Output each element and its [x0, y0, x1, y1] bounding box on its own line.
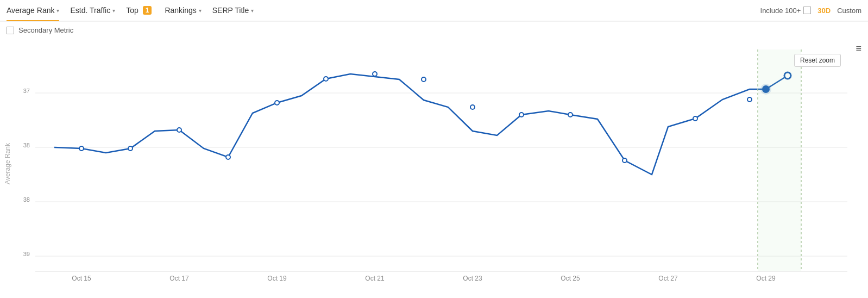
- top-label: Top: [126, 6, 139, 15]
- svg-text:39: 39: [23, 251, 30, 257]
- estd-traffic-button[interactable]: Estd. Traffic ▾: [70, 0, 115, 21]
- svg-text:38: 38: [23, 142, 30, 148]
- top-section: Top 1: [126, 0, 154, 21]
- data-point: [275, 101, 279, 105]
- svg-text:Oct 15: Oct 15: [72, 275, 91, 282]
- svg-text:Oct 19: Oct 19: [267, 275, 287, 282]
- estd-traffic-chevron: ▾: [112, 8, 115, 14]
- data-point: [747, 97, 752, 102]
- include-100-checkbox[interactable]: [803, 7, 811, 14]
- data-point: [79, 146, 84, 151]
- svg-text:Oct 17: Oct 17: [169, 275, 189, 282]
- average-rank-button[interactable]: Average Rank ▾: [7, 1, 59, 21]
- data-point: [177, 128, 181, 132]
- rankings-chevron: ▾: [199, 8, 202, 14]
- reset-zoom-button[interactable]: Reset zoom: [794, 54, 841, 67]
- serp-title-label: SERP Title: [212, 6, 249, 15]
- estd-traffic-label: Estd. Traffic: [70, 6, 110, 15]
- data-point: [622, 158, 627, 163]
- data-point: [128, 146, 133, 151]
- svg-text:37: 37: [23, 88, 30, 94]
- secondary-metric-label: Secondary Metric: [18, 26, 73, 34]
- data-point: [373, 72, 377, 76]
- data-point: [470, 105, 475, 109]
- chart-line: [54, 74, 788, 175]
- svg-text:Average Rank: Average Rank: [4, 142, 11, 184]
- serp-title-chevron: ▾: [251, 8, 254, 14]
- secondary-metric-bar: Secondary Metric: [0, 22, 868, 39]
- selection-area: [758, 49, 801, 271]
- data-point: [422, 77, 426, 82]
- toolbar-right: Include 100+ 30D Custom: [760, 7, 861, 15]
- svg-text:Oct 27: Oct 27: [658, 275, 678, 282]
- chart-svg: 37 38 38 39 Average Rank Oct 15 Oct 17 O…: [0, 39, 868, 289]
- data-point: [693, 116, 697, 121]
- include-100-section: Include 100+: [760, 7, 812, 15]
- top-badge: 1: [143, 6, 152, 15]
- svg-text:Oct 23: Oct 23: [463, 275, 482, 282]
- 30d-button[interactable]: 30D: [817, 7, 831, 15]
- svg-text:Oct 21: Oct 21: [365, 275, 385, 282]
- chart-container: ≡ Reset zoom 37 38 38 39 Average Rank Oc…: [0, 39, 868, 289]
- average-rank-chevron: ▾: [56, 8, 59, 14]
- custom-button[interactable]: Custom: [837, 7, 861, 15]
- svg-text:Oct 29: Oct 29: [756, 275, 776, 282]
- average-rank-label: Average Rank: [7, 6, 54, 15]
- include-100-label: Include 100+: [760, 7, 801, 15]
- serp-title-button[interactable]: SERP Title ▾: [212, 0, 254, 21]
- data-point: [568, 113, 573, 117]
- rankings-label: Rankings: [165, 6, 196, 15]
- svg-text:Oct 25: Oct 25: [561, 275, 580, 282]
- hamburger-icon[interactable]: ≡: [856, 43, 861, 54]
- toolbar: Average Rank ▾ Estd. Traffic ▾ Top 1 Ran…: [0, 0, 868, 22]
- secondary-metric-checkbox[interactable]: [7, 27, 14, 34]
- rankings-button[interactable]: Rankings ▾: [165, 0, 201, 21]
- data-point: [324, 77, 328, 81]
- data-point: [226, 155, 230, 159]
- svg-text:38: 38: [23, 196, 30, 203]
- data-point: [519, 113, 524, 117]
